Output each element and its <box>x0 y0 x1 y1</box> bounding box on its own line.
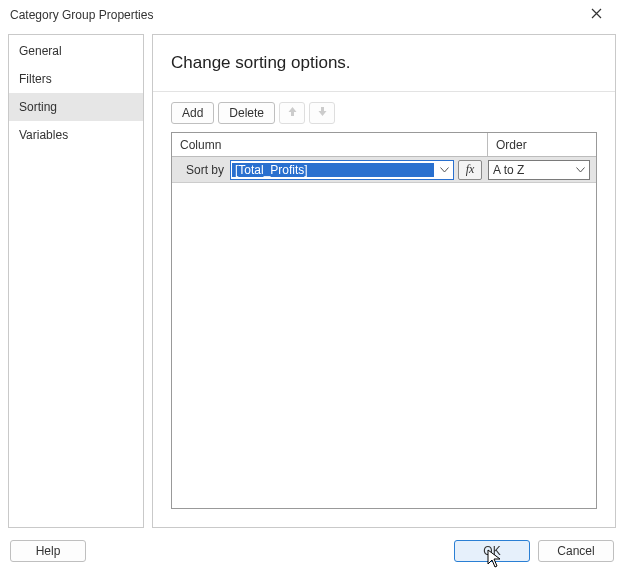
fx-icon: fx <box>466 162 475 177</box>
close-icon <box>591 8 602 22</box>
expression-fx-button[interactable]: fx <box>458 160 482 180</box>
toolbar: Add Delete <box>153 92 615 132</box>
ok-button[interactable]: OK <box>454 540 530 562</box>
sidebar-item-label: Sorting <box>19 100 57 114</box>
cancel-button[interactable]: Cancel <box>538 540 614 562</box>
grid-header-column: Column <box>172 133 488 156</box>
sidebar-item-label: General <box>19 44 62 58</box>
sort-order-combo[interactable]: A to Z <box>488 160 590 180</box>
grid-header: Column Order <box>172 133 596 157</box>
sort-by-label: Sort by <box>172 163 230 177</box>
sidebar-item-general[interactable]: General <box>9 37 143 65</box>
close-button[interactable] <box>576 1 616 29</box>
chevron-down-icon <box>571 167 589 173</box>
sidebar-item-sorting[interactable]: Sorting <box>9 93 143 121</box>
page-title: Change sorting options. <box>171 53 597 73</box>
sort-expression-value: [Total_Profits] <box>232 163 434 177</box>
arrow-down-icon <box>317 106 328 120</box>
sort-expression-combo[interactable]: [Total_Profits] <box>230 160 454 180</box>
sidebar-item-filters[interactable]: Filters <box>9 65 143 93</box>
main-panel: Change sorting options. Add Delete <box>152 34 616 528</box>
dialog-footer: Help OK Cancel <box>0 534 624 570</box>
sort-order-value: A to Z <box>489 163 571 177</box>
sidebar: General Filters Sorting Variables <box>8 34 144 528</box>
grid-row: Sort by [Total_Profits] fx A to Z <box>172 157 596 183</box>
delete-button[interactable]: Delete <box>218 102 275 124</box>
titlebar: Category Group Properties <box>0 0 624 30</box>
chevron-down-icon <box>435 167 453 173</box>
sidebar-item-label: Filters <box>19 72 52 86</box>
sort-grid: Column Order Sort by [Total_Profits] fx <box>171 132 597 509</box>
help-button[interactable]: Help <box>10 540 86 562</box>
arrow-up-icon <box>287 106 298 120</box>
window-title: Category Group Properties <box>10 8 153 22</box>
sidebar-item-label: Variables <box>19 128 68 142</box>
add-button[interactable]: Add <box>171 102 214 124</box>
sidebar-item-variables[interactable]: Variables <box>9 121 143 149</box>
grid-header-order: Order <box>488 133 596 156</box>
move-up-button[interactable] <box>279 102 305 124</box>
move-down-button[interactable] <box>309 102 335 124</box>
